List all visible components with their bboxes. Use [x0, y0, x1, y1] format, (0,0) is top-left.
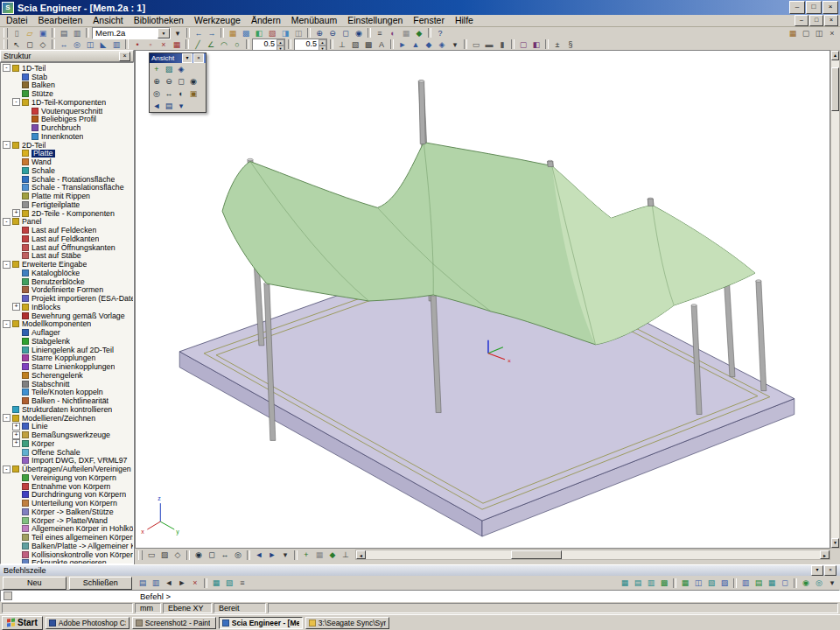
tree-expander-icon[interactable]: -	[3, 320, 10, 328]
tree-item-durchbruch[interactable]: Durchbruch	[1, 123, 133, 132]
taskbar-button[interactable]: Adobe Photoshop CS3 E...	[46, 617, 130, 629]
surfaces-button[interactable]: ▧	[349, 39, 361, 50]
view-y-button[interactable]: ▲	[410, 39, 422, 50]
ansicht-palette-close-icon[interactable]: ×	[193, 53, 204, 63]
cmd-clear-button[interactable]: ×	[189, 578, 201, 588]
labels-button[interactable]: A	[375, 39, 388, 50]
tree-item-katalogbl-cke[interactable]: Katalogblöcke	[1, 269, 133, 277]
hidden-line-button[interactable]: ▬	[483, 39, 495, 50]
ucs-button[interactable]: +	[150, 64, 163, 75]
tree-expander-icon[interactable]: -	[12, 98, 20, 106]
grid-step-y-spin[interactable]: 0.5▲▼	[294, 38, 327, 51]
tree-item-k-rper-balken-st-tze[interactable]: Körper -> Balken/Stütze	[1, 508, 133, 516]
table-copy-button[interactable]: ◫	[692, 578, 704, 588]
save-button[interactable]: ▣	[37, 28, 49, 38]
menu-einstellungen[interactable]: Einstellungen	[342, 15, 408, 26]
menu-datei[interactable]: Datei	[1, 15, 33, 26]
tree-expander-icon[interactable]: -	[3, 414, 10, 422]
menu-ansicht[interactable]: Ansicht	[88, 15, 128, 26]
command-panel-menu-icon[interactable]: ▾	[811, 565, 823, 576]
tree-item-1d-teil[interactable]: -1D-Teil	[1, 64, 133, 73]
render-button[interactable]: ▮	[496, 39, 508, 50]
tree-item-benutzerbl-cke[interactable]: Benutzerblöcke	[1, 277, 133, 286]
spin-arrows-icon[interactable]: ▲▼	[318, 39, 326, 50]
tree-item-balken[interactable]: Balken	[1, 81, 133, 90]
zoom-window-button[interactable]: ◻	[175, 76, 187, 88]
text-size-button[interactable]: §	[564, 39, 577, 50]
menu-bearbeiten[interactable]: Bearbeiten	[33, 15, 88, 26]
cmd-output-button[interactable]: ▥	[150, 578, 162, 588]
grid-view-button[interactable]: ▦	[619, 578, 631, 588]
select-cursor-button[interactable]: ↖	[10, 39, 23, 50]
calculator-button[interactable]: ▦	[227, 28, 239, 38]
new-button[interactable]: Neu	[3, 577, 66, 590]
tree-item-durchdringung-von-k-rpern[interactable]: Durchdringung von Körpern	[1, 491, 133, 500]
select-rect-button[interactable]: ◻	[24, 39, 36, 50]
tree-item-stabschnitt[interactable]: Stabschnitt	[1, 380, 133, 388]
dock-menu-button[interactable]: ≡	[236, 578, 248, 588]
coord-input-button[interactable]: +	[300, 550, 312, 560]
zoom-selection-button[interactable]: ◎	[150, 88, 163, 100]
tree-item-offene-schale[interactable]: Offene Schale	[1, 448, 133, 457]
toolbar-grip[interactable]	[138, 550, 143, 560]
tree-item-entnahme-von-k-rpern[interactable]: Entnahme von Körpern	[1, 482, 133, 491]
zoom-all-button[interactable]: ◉	[353, 28, 365, 38]
tree-item-stabgelenk[interactable]: Stabgelenk	[1, 337, 133, 346]
table-edit-button[interactable]: ▧	[223, 578, 235, 588]
tree-expander-icon[interactable]: -	[3, 218, 10, 226]
menu-fenster[interactable]: Fenster	[408, 15, 450, 26]
tree-item-last-auf-feldecken[interactable]: Last auf Feldecken	[1, 226, 133, 234]
volumes-button[interactable]: ▩	[362, 39, 374, 50]
tree-item-platte[interactable]: Platte	[1, 150, 133, 158]
project-combo[interactable]: Mem.2a▼	[92, 27, 171, 39]
view-direction-button[interactable]: ◈	[175, 64, 187, 75]
named-view-button[interactable]: ▤	[163, 101, 175, 112]
start-button[interactable]: Start	[2, 616, 43, 630]
mdi-restore-button[interactable]: □	[809, 15, 823, 26]
tree-item-bertragen-aufteilen-vereinigen[interactable]: -Übertragen/Aufteilen/Vereinigen	[1, 465, 133, 473]
cascade-button[interactable]: ◫	[813, 28, 825, 38]
minimize-button[interactable]: –	[789, 1, 805, 14]
local-axes-button[interactable]: ⊥	[336, 39, 348, 50]
tree-expander-icon[interactable]: -	[3, 141, 10, 149]
tree-item-schale-rotationsfl-che[interactable]: Schale - Rotationsfläche	[1, 175, 133, 184]
new-window-button[interactable]: ▢	[800, 28, 812, 38]
rotate-button[interactable]: ◎	[71, 39, 83, 50]
tree-item-starre-kopplungen[interactable]: Starre Kopplungen	[1, 354, 133, 363]
tree-item-auflager[interactable]: Auflager	[1, 328, 133, 337]
circle-button[interactable]: ○	[231, 39, 243, 50]
document-button[interactable]: ▧	[266, 28, 278, 38]
horizontal-scrollbar[interactable]: ◄ ►	[355, 550, 830, 560]
ansicht-palette-caption[interactable]: Ansicht ▾ ×	[150, 53, 206, 63]
tree-item-2d-teile-komponenten[interactable]: +2D-Teile - Komponenten	[1, 209, 133, 218]
vertical-scroll-thumb[interactable]	[831, 67, 839, 111]
results-button[interactable]: ◧	[253, 28, 265, 38]
tree-item-beliebiges-profil[interactable]: Beliebiges Profil	[1, 116, 133, 124]
toolbar-grip[interactable]	[4, 39, 8, 49]
dock-grip-icon[interactable]	[4, 592, 12, 600]
tree-item-wand[interactable]: Wand	[1, 158, 133, 166]
mirror-button[interactable]: ◫	[84, 39, 96, 50]
tree-item-bewehrung-gem-vorlage[interactable]: Bewehrung gemäß Vorlage	[1, 312, 133, 320]
select-table-button[interactable]: ◎	[813, 578, 825, 588]
render-wire-button[interactable]: ▭	[145, 550, 158, 560]
tree-item-modellieren-zeichnen[interactable]: -Modellieren/Zeichnen	[1, 414, 133, 423]
redo-button[interactable]: →	[206, 28, 218, 38]
dimension-button[interactable]: ±	[551, 39, 564, 50]
render-shade-button[interactable]: ▨	[158, 550, 171, 560]
menu-menbaum[interactable]: Menübaum	[286, 15, 343, 26]
project-history-button[interactable]: ▾	[172, 28, 184, 38]
mesh-button[interactable]: ▩	[240, 28, 252, 38]
tree-item-fertigteilplatte[interactable]: Fertigteilplatte	[1, 200, 133, 209]
tree-expander-icon[interactable]: +	[12, 303, 20, 311]
scroll-right-icon[interactable]: ►	[820, 550, 830, 559]
tree-item-liniengelenk-auf-2d-teil[interactable]: Liniengelenk auf 2D-Teil	[1, 346, 133, 354]
menu-hilfe[interactable]: Hilfe	[450, 15, 479, 26]
report-button[interactable]: ▤	[752, 578, 765, 588]
mdi-close-button[interactable]: ×	[824, 15, 838, 26]
zoom-window-button[interactable]: ◻	[340, 28, 352, 38]
tree-item-last-auf-ffnungskanten[interactable]: Last auf Öffnungskanten	[1, 243, 133, 252]
menu-bibliotheken[interactable]: Bibliotheken	[129, 15, 189, 26]
wireframe-button[interactable]: ▭	[470, 39, 482, 50]
tree-item-allgemeinen-k-rper-in-hohlk-rper[interactable]: Allgemeinen Körper in Hohlkörper	[1, 525, 133, 534]
